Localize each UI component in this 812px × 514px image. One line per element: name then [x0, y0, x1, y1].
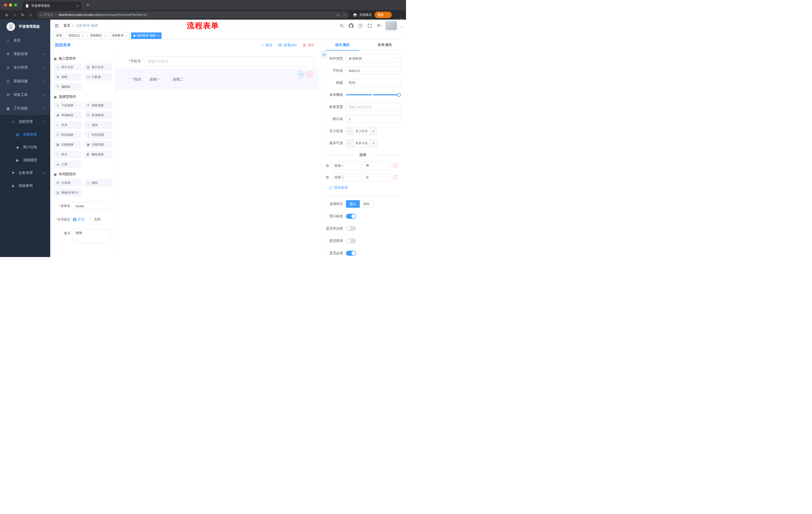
- new-tab-button[interactable]: +: [85, 2, 91, 8]
- window-zoom-button[interactable]: [14, 3, 17, 6]
- panel-resize-handle[interactable]: [321, 52, 327, 58]
- min-select-input[interactable]: [353, 127, 370, 135]
- option-style-default-button[interactable]: 默认: [346, 200, 360, 208]
- sidebar-item-process-model[interactable]: ▶ 流程模型: [0, 154, 50, 166]
- gender-option2-checkbox[interactable]: 选项二: [167, 77, 183, 82]
- github-icon[interactable]: [348, 23, 354, 28]
- sidebar-item-process-management[interactable]: ≡ 流程管理: [0, 115, 50, 128]
- avatar-dropdown-chevron-icon[interactable]: [401, 25, 403, 28]
- sidebar-item-payment[interactable]: ¥ 支付管理: [0, 61, 50, 75]
- form-name-input[interactable]: [73, 202, 111, 210]
- palette-item-upload[interactable]: ☁上传: [54, 160, 82, 168]
- save-button[interactable]: ✓ 保存: [261, 43, 272, 48]
- tag-close-icon[interactable]: ×: [157, 34, 160, 37]
- font-size-icon[interactable]: TT: [376, 23, 382, 28]
- password-key-icon[interactable]: [336, 13, 340, 17]
- tag-process-definition[interactable]: 流程定义 ×: [66, 32, 86, 39]
- palette-item-rate[interactable]: ☆评分: [54, 151, 82, 158]
- browser-menu-kebab-icon[interactable]: ⋮: [385, 13, 390, 17]
- view-json-button[interactable]: 查看json: [278, 43, 297, 48]
- component-type-select[interactable]: 多选框组: [346, 55, 401, 63]
- browser-tab[interactable]: 芋道管理系统 ×: [23, 1, 82, 10]
- status-radio-on[interactable]: 开启: [73, 217, 84, 222]
- tag-close-icon[interactable]: ×: [104, 34, 106, 37]
- reload-button[interactable]: ↻: [19, 11, 26, 18]
- label-width-input[interactable]: [346, 103, 401, 111]
- title-input[interactable]: [346, 79, 401, 87]
- clear-button[interactable]: 清空: [302, 43, 315, 48]
- window-close-button[interactable]: [4, 3, 7, 6]
- option-name-input[interactable]: [331, 173, 361, 181]
- max-select-input[interactable]: [353, 139, 370, 147]
- drag-handle-icon[interactable]: [325, 164, 329, 168]
- palette-item-cascader[interactable]: Ψ级联选择: [84, 102, 112, 109]
- user-avatar[interactable]: [385, 21, 397, 30]
- palette-item-checkbox-group[interactable]: ☑多选框组: [84, 111, 112, 119]
- forward-button[interactable]: [11, 11, 18, 18]
- sidebar-item-devtools[interactable]: ⚒ 研发工具: [0, 88, 50, 102]
- option-value-input[interactable]: [363, 162, 391, 170]
- default-value-input[interactable]: [346, 115, 401, 123]
- tab-close-icon[interactable]: ×: [76, 4, 79, 8]
- slider-knob[interactable]: [397, 93, 401, 97]
- stepper-plus-button[interactable]: +: [370, 139, 377, 147]
- stepper-minus-button[interactable]: −: [346, 127, 353, 135]
- breadcrumb-home[interactable]: 首页: [63, 23, 70, 28]
- tag-process-form-edit[interactable]: 流程表单-编辑 ×: [131, 32, 162, 39]
- palette-item-time-range[interactable]: ◔时间范围: [84, 131, 112, 139]
- tag-close-icon[interactable]: ×: [82, 34, 84, 37]
- palette-item-color-picker[interactable]: ◩颜色选择: [84, 151, 112, 158]
- canvas-field-gender-selected[interactable]: *性别 选项一 选项二: [115, 69, 318, 90]
- hamburger-menu-icon[interactable]: [54, 23, 59, 28]
- palette-item-table-dev[interactable]: ▥表格[开发中]: [54, 189, 82, 196]
- phone-field-input[interactable]: [144, 56, 314, 66]
- copy-field-button[interactable]: [298, 72, 304, 77]
- sidebar-item-task-management[interactable]: ⚑ 任务管理: [0, 166, 50, 179]
- palette-item-slider[interactable]: ↔滑块: [84, 121, 112, 129]
- back-button[interactable]: [3, 11, 10, 18]
- remove-option-button[interactable]: −: [393, 175, 398, 180]
- delete-field-button[interactable]: [307, 72, 313, 77]
- sidebar-item-process-form[interactable]: ▤ 流程表单: [0, 128, 50, 141]
- gender-option1-checkbox[interactable]: 选项一: [144, 77, 160, 82]
- palette-item-counter[interactable]: 123计数器: [84, 73, 112, 81]
- palette-item-button[interactable]: ▢按钮: [84, 179, 112, 187]
- stepper-plus-button[interactable]: +: [370, 127, 377, 135]
- sidebar-item-infrastructure[interactable]: ◫ 基础设施: [0, 75, 50, 88]
- home-button[interactable]: ⌂: [27, 11, 34, 18]
- palette-item-time-picker[interactable]: ◷时间选择: [54, 131, 82, 139]
- palette-item-editor[interactable]: ✎编辑器: [54, 83, 82, 90]
- palette-item-password[interactable]: ⊠密码: [54, 73, 82, 81]
- tag-process-model[interactable]: 流程模型 ×: [88, 32, 108, 39]
- form-remark-textarea[interactable]: 嘿嘿: [73, 229, 111, 243]
- sidebar-item-home[interactable]: ⌂ 首页: [0, 34, 50, 47]
- help-icon[interactable]: ?: [357, 23, 363, 28]
- tag-close-icon[interactable]: ×: [125, 34, 127, 37]
- form-grid-slider[interactable]: [346, 91, 401, 99]
- palette-item-date-picker[interactable]: ▦日期选择: [54, 141, 82, 148]
- bookmark-star-icon[interactable]: ☆: [343, 13, 346, 17]
- option-value-input[interactable]: [363, 173, 391, 181]
- remove-option-button[interactable]: −: [393, 163, 398, 168]
- tab-form-props[interactable]: 表单属性: [364, 39, 406, 50]
- security-label[interactable]: 不安全: [44, 13, 54, 17]
- palette-item-radio-group[interactable]: ◉单选框组: [54, 111, 82, 119]
- search-icon[interactable]: [339, 23, 344, 28]
- sidebar-item-leave-query[interactable]: ♟ 请假查询: [0, 179, 50, 192]
- palette-item-single-line-text[interactable]: ▭单行文本: [54, 63, 82, 71]
- sidebar-item-workflow[interactable]: ▣ 工作流程: [0, 102, 50, 115]
- palette-item-row-container[interactable]: ⊞行容器: [54, 179, 82, 187]
- stepper-minus-button[interactable]: −: [346, 139, 353, 147]
- palette-item-multi-line-text[interactable]: ▤多行文本: [84, 63, 112, 71]
- fullscreen-icon[interactable]: [367, 23, 372, 28]
- add-option-button[interactable]: + 添加选项: [329, 185, 401, 190]
- slider-track[interactable]: [346, 94, 401, 95]
- tab-component-props[interactable]: 组件属性: [321, 39, 364, 50]
- palette-item-switch[interactable]: ◐开关: [54, 121, 82, 129]
- window-minimize-button[interactable]: [9, 3, 12, 6]
- disabled-switch[interactable]: [346, 238, 356, 243]
- tag-home[interactable]: 首页: [54, 32, 64, 39]
- field-name-input[interactable]: [346, 66, 401, 75]
- palette-item-dropdown[interactable]: ▾下拉选择: [54, 102, 82, 109]
- status-radio-off[interactable]: 关闭: [89, 217, 100, 222]
